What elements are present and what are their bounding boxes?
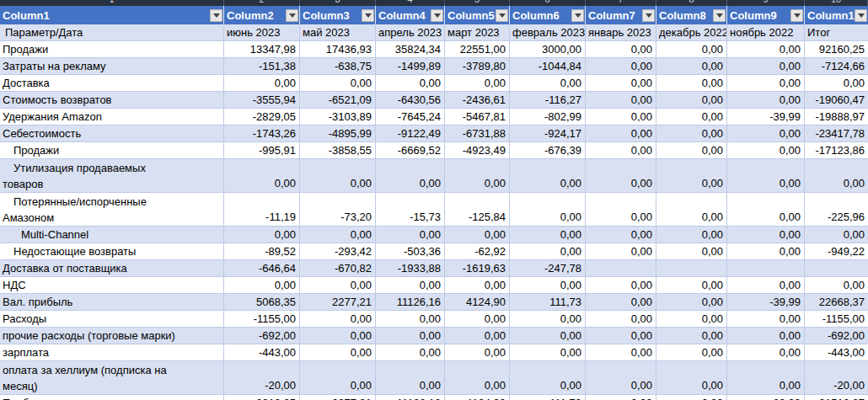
data-cell[interactable]: 0,00	[656, 159, 727, 193]
data-cell[interactable]: 0,00	[727, 193, 805, 227]
data-cell[interactable]: 11126,16	[376, 395, 445, 400]
data-cell[interactable]: -20,00	[224, 361, 300, 395]
data-cell[interactable]: -3789,80	[445, 58, 510, 75]
data-cell[interactable]: 0,00	[224, 159, 300, 193]
data-cell[interactable]: 0,00	[727, 277, 805, 294]
data-cell[interactable]: ноябрь 2022	[727, 24, 805, 41]
data-cell[interactable]: 0,00	[586, 361, 656, 395]
data-cell[interactable]: 0,00	[586, 243, 656, 260]
data-cell[interactable]: 0,00	[445, 344, 510, 361]
data-cell[interactable]: -6731,88	[445, 125, 510, 142]
data-cell[interactable]: 0,00	[445, 311, 510, 328]
data-cell[interactable]: февраль 2023	[510, 24, 586, 41]
data-cell[interactable]: -3858,55	[300, 142, 376, 159]
data-cell[interactable]: -949,22	[805, 243, 868, 260]
row-label-cell[interactable]: Недостающие возвраты	[0, 243, 224, 260]
data-cell[interactable]: 0,00	[376, 311, 445, 328]
data-cell[interactable]: -39,99	[727, 294, 805, 311]
row-label-cell[interactable]: Расходы	[0, 311, 224, 328]
data-cell[interactable]: 0,00	[656, 243, 727, 260]
row-label-cell[interactable]: Себестоимость	[0, 125, 224, 142]
data-cell[interactable]: 0,00	[586, 328, 656, 344]
data-cell[interactable]: 0,00	[445, 159, 510, 193]
filter-dropdown-button[interactable]	[496, 9, 508, 22]
data-cell[interactable]: 0,00	[586, 395, 656, 400]
data-cell[interactable]: -924,17	[510, 125, 586, 142]
header-cell-column3[interactable]: Column3	[300, 6, 376, 24]
column-number-4[interactable]: 4	[376, 0, 445, 6]
column-number-3[interactable]: 3	[300, 0, 376, 6]
header-cell-column6[interactable]: Column6	[510, 6, 586, 24]
data-cell[interactable]: 0,00	[376, 75, 445, 92]
data-cell[interactable]: 0,00	[586, 277, 656, 294]
data-cell[interactable]: 0,00	[727, 243, 805, 260]
data-cell[interactable]: 0,00	[376, 277, 445, 294]
data-cell[interactable]: 0,00	[656, 125, 727, 142]
data-cell[interactable]: -443,00	[224, 344, 300, 361]
filter-dropdown-button[interactable]	[713, 9, 726, 22]
data-cell[interactable]: 0,00	[510, 193, 586, 227]
filter-dropdown-button[interactable]	[286, 9, 298, 22]
data-cell[interactable]: 0,00	[300, 227, 376, 243]
data-cell[interactable]: 0,00	[510, 243, 586, 260]
filter-dropdown-button[interactable]	[642, 9, 655, 22]
data-cell[interactable]: 0,00	[376, 344, 445, 361]
data-cell[interactable]: 0,00	[224, 75, 300, 92]
column-number-6[interactable]: 6	[510, 0, 586, 6]
data-cell[interactable]: 0,00	[445, 277, 510, 294]
data-cell[interactable]: -4895,99	[300, 125, 376, 142]
row-label-cell[interactable]: Затраты на рекламу	[0, 58, 224, 75]
data-cell[interactable]: 0,00	[656, 142, 727, 159]
row-label-cell[interactable]: Утилизация продаваемыхтоваров	[0, 159, 224, 193]
row-label-cell[interactable]: Стоимость возвратов	[0, 92, 224, 109]
data-cell[interactable]: 0,00	[586, 75, 656, 92]
data-cell[interactable]: 0,00	[586, 109, 656, 125]
row-label-cell[interactable]: Доставка	[0, 75, 224, 92]
data-cell[interactable]: 0,00	[300, 311, 376, 328]
row-label-cell[interactable]: Вал. прибыль	[0, 294, 224, 311]
data-cell[interactable]: 0,00	[727, 311, 805, 328]
data-cell[interactable]: 0,00	[805, 277, 868, 294]
data-cell[interactable]: 0,00	[586, 142, 656, 159]
column-number-2[interactable]: 2	[224, 0, 300, 6]
data-cell[interactable]: -670,82	[300, 260, 376, 277]
data-cell[interactable]: -17123,86	[805, 142, 868, 159]
data-cell[interactable]: 0,00	[656, 193, 727, 227]
data-cell[interactable]: 0,00	[510, 159, 586, 193]
header-cell-column1[interactable]: Column1	[0, 6, 224, 24]
header-cell-column5[interactable]: Column5	[445, 6, 510, 24]
data-cell[interactable]: -73,20	[300, 193, 376, 227]
data-cell[interactable]: 0,00	[300, 361, 376, 395]
data-cell[interactable]: 0,00	[727, 361, 805, 395]
data-cell[interactable]: 0,00	[656, 344, 727, 361]
data-cell[interactable]: -7645,24	[376, 109, 445, 125]
data-cell[interactable]: -802,99	[510, 109, 586, 125]
data-cell[interactable]: -15,73	[376, 193, 445, 227]
data-cell[interactable]: 0,00	[586, 227, 656, 243]
data-cell[interactable]: 35824,34	[376, 41, 445, 58]
data-cell[interactable]: 0,00	[586, 159, 656, 193]
data-cell[interactable]: 0,00	[727, 328, 805, 344]
data-cell[interactable]: 0,00	[656, 328, 727, 344]
data-cell[interactable]: 111,73	[510, 395, 586, 400]
data-cell[interactable]: -443,00	[805, 344, 868, 361]
data-cell[interactable]: -646,64	[224, 260, 300, 277]
header-cell-column8[interactable]: Column8	[656, 6, 727, 24]
header-cell-column7[interactable]: Column7	[586, 6, 656, 24]
data-cell[interactable]: 0,00	[586, 125, 656, 142]
row-label-cell[interactable]: Параметр/Дата	[0, 24, 224, 41]
data-cell[interactable]: 3000,00	[510, 41, 586, 58]
row-label-cell[interactable]: Продажи	[0, 41, 224, 58]
data-cell[interactable]: 0,00	[656, 109, 727, 125]
header-cell-column9[interactable]: Column9	[727, 6, 805, 24]
data-cell[interactable]: -503,36	[376, 243, 445, 260]
data-cell[interactable]: 0,00	[300, 328, 376, 344]
data-cell[interactable]	[727, 260, 805, 277]
data-cell[interactable]: 0,00	[656, 294, 727, 311]
data-cell[interactable]: 0,00	[586, 58, 656, 75]
data-cell[interactable]: 0,00	[510, 344, 586, 361]
data-cell[interactable]: 22668,37	[805, 294, 868, 311]
row-label-cell[interactable]: оплата за хеллиум (подписка намесяц)	[0, 361, 224, 395]
data-cell[interactable]: 0,00	[510, 75, 586, 92]
data-cell[interactable]: -1933,88	[376, 260, 445, 277]
